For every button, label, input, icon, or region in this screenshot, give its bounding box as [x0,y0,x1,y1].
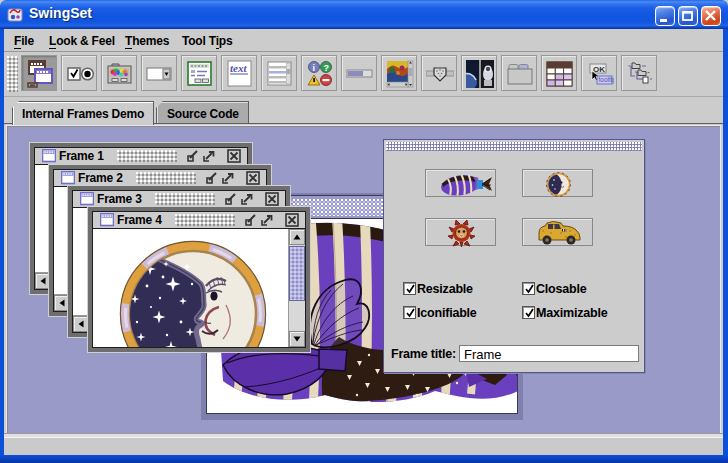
svg-text:i: i [313,63,316,73]
svg-text:text: text [230,62,247,74]
svg-text:tooltip: tooltip [599,76,615,84]
svg-text:?: ? [324,63,330,73]
